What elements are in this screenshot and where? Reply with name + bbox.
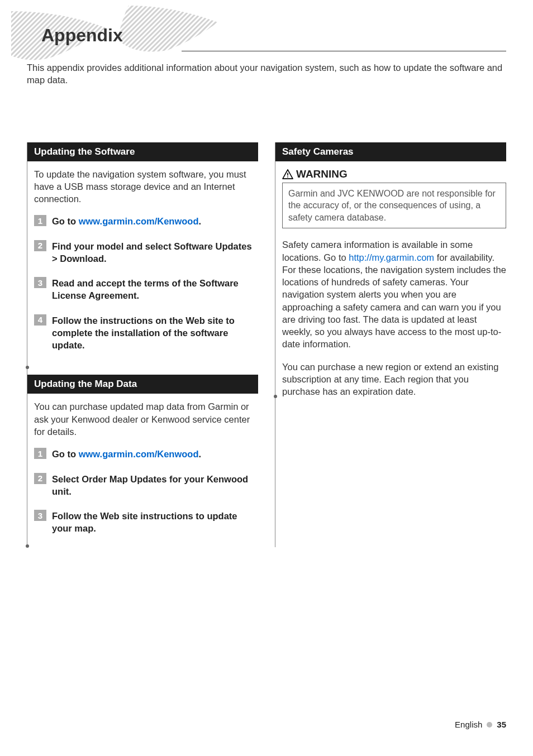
step-number: 3 (34, 277, 46, 288)
step-item: 3 Read and accept the terms of the Softw… (34, 277, 258, 302)
garmin-kenwood-link[interactable]: www.garmin.com/Kenwood (79, 216, 199, 226)
section-header-updating-software: Updating the Software (27, 142, 258, 161)
step-number: 3 (34, 510, 46, 521)
step-text: Select Order Map Updates for your Kenwoo… (52, 473, 258, 498)
step-item: 2 Select Order Map Updates for your Kenw… (34, 473, 258, 498)
section-header-updating-map: Updating the Map Data (27, 375, 258, 394)
safety-camera-para1: Safety camera information is available i… (282, 238, 506, 350)
step-number: 2 (34, 473, 46, 484)
step-text: Read and accept the terms of the Softwar… (52, 277, 258, 302)
section-end-dot (26, 366, 29, 369)
warning-triangle-icon (282, 169, 293, 179)
footer-page-number: 35 (497, 720, 506, 729)
step-item: 1 Go to www.garmin.com/Kenwood. (34, 448, 258, 460)
garmin-kenwood-link[interactable]: www.garmin.com/Kenwood (79, 449, 199, 459)
page-footer: English 35 (455, 720, 506, 729)
software-intro-text: To update the navigation system software… (34, 168, 258, 205)
section-end-dot (26, 544, 29, 548)
warning-header: WARNING (282, 168, 506, 180)
step-item: 4 Follow the instructions on the Web sit… (34, 314, 258, 352)
step-item: 3 Follow the Web site instructions to up… (34, 510, 258, 535)
step-number: 1 (34, 448, 46, 459)
warning-box: Garmin and JVC KENWOOD are not responsib… (282, 183, 506, 229)
step-text: Go to www.garmin.com/Kenwood. (52, 215, 201, 227)
step-item: 2 Find your model and select Software Up… (34, 240, 258, 265)
step-number: 1 (34, 215, 46, 226)
my-garmin-link[interactable]: http://my.garmin.com (349, 252, 434, 262)
step-item: 1 Go to www.garmin.com/Kenwood. (34, 215, 258, 227)
left-column: Updating the Software To update the navi… (27, 142, 258, 547)
page-header: Appendix (0, 0, 533, 46)
step-number: 4 (34, 314, 46, 326)
right-column: Safety Cameras WARNING Garmin and JVC KE… (275, 142, 506, 547)
warning-label: WARNING (296, 168, 348, 180)
step-number: 2 (34, 240, 46, 251)
step-text: Follow the instructions on the Web site … (52, 314, 258, 352)
section-end-dot (274, 395, 277, 398)
content-columns: Updating the Software To update the navi… (27, 142, 506, 547)
step-text: Find your model and select Software Upda… (52, 240, 258, 265)
title-rule (182, 51, 506, 51)
step-text: Go to www.garmin.com/Kenwood. (52, 448, 201, 460)
safety-camera-para2: You can purchase a new region or extend … (282, 361, 506, 398)
map-steps: 1 Go to www.garmin.com/Kenwood. 2 Select… (34, 448, 258, 534)
svg-rect-2 (287, 173, 288, 175)
section-header-safety-cameras: Safety Cameras (275, 142, 506, 161)
svg-rect-3 (287, 176, 288, 178)
map-intro-text: You can purchase updated map data from G… (34, 400, 258, 438)
footer-dot-icon (487, 722, 492, 728)
page-title: Appendix (41, 25, 506, 46)
step-text: Follow the Web site instructions to upda… (52, 510, 258, 535)
software-steps: 1 Go to www.garmin.com/Kenwood. 2 Find y… (34, 215, 258, 351)
footer-language: English (455, 720, 482, 729)
